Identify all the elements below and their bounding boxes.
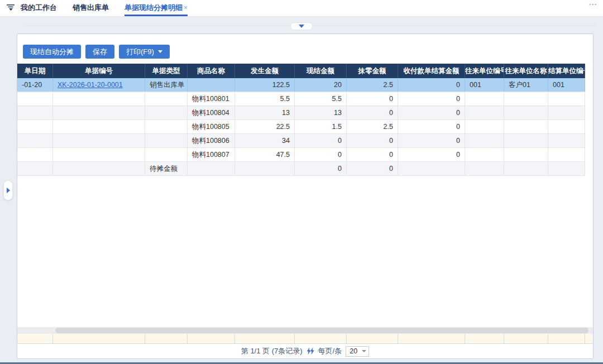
table-cell — [465, 120, 504, 133]
column-header[interactable]: 往来单位编号 — [465, 64, 504, 78]
summary-cell — [398, 334, 465, 343]
table-cell — [465, 92, 504, 106]
table-cell: 0 — [398, 78, 465, 92]
table-cell — [53, 162, 145, 175]
print-label: 打印(F9) — [126, 47, 154, 57]
per-page-label: 每页/条 — [318, 346, 342, 356]
table-cell: 001 — [465, 78, 504, 92]
table-row[interactable]: -01-20XK-2026-01-20-0001销售出库单122.5202.50… — [17, 78, 585, 92]
save-button[interactable]: 保存 — [85, 45, 114, 59]
column-header[interactable]: 收付款单结算金额 — [398, 64, 465, 78]
table-cell: -01-20 — [17, 78, 53, 92]
toolbar: 现结自动分摊 保存 打印(F9) — [17, 34, 593, 64]
table-cell: 0 — [347, 92, 398, 106]
table-cell: 5.5 — [235, 92, 295, 106]
expand-left-panel-button[interactable] — [3, 180, 13, 200]
data-grid: 单日期单据编号单据类型商品名称发生金额现结金额抹零金额收付款单结算金额往来单位编… — [17, 64, 585, 176]
table-cell — [548, 134, 585, 147]
refresh-icon[interactable] — [307, 347, 314, 355]
column-header[interactable]: 单据编号 — [53, 64, 145, 78]
summary-cell — [548, 334, 585, 343]
chevron-down-icon — [362, 350, 366, 352]
summary-cell — [145, 334, 188, 343]
table-cell — [17, 148, 53, 161]
table-cell: 47.5 — [235, 148, 295, 161]
column-header[interactable]: 现结金额 — [295, 64, 347, 78]
table-cell: 122.5 — [235, 78, 295, 92]
column-header[interactable]: 商品名称 — [188, 64, 235, 78]
tab-label: 我的工作台 — [21, 3, 57, 13]
table-cell — [465, 134, 504, 147]
table-cell — [53, 134, 145, 147]
table-cell — [548, 162, 585, 175]
tab-sales-outbound[interactable]: 销售出库单 — [73, 0, 109, 16]
table-cell — [465, 162, 504, 175]
table-row[interactable]: 待摊金额00 — [17, 162, 585, 176]
horizontal-scrollbar[interactable] — [17, 327, 593, 334]
table-cell — [17, 106, 53, 119]
table-cell — [53, 106, 145, 119]
table-cell — [145, 148, 188, 161]
table-cell: 1.5 — [295, 120, 347, 133]
table-row[interactable]: 物料100804131300 — [17, 106, 585, 120]
horizontal-scrollbar-thumb[interactable] — [55, 328, 588, 333]
table-cell: 13 — [235, 106, 295, 119]
table-cell — [53, 148, 145, 161]
table-cell — [465, 106, 504, 119]
table-cell: 物料100801 — [188, 92, 235, 106]
table-cell: 34 — [235, 134, 295, 147]
table-cell — [548, 120, 585, 133]
page-size-select[interactable]: 20 — [346, 346, 369, 357]
chevron-down-icon — [158, 50, 162, 53]
table-cell — [188, 162, 235, 175]
table-cell — [548, 106, 585, 119]
table-cell: 2.5 — [347, 120, 398, 133]
tab-cash-settle-allocation[interactable]: 单据现结分摊明细 × — [125, 0, 188, 16]
table-cell — [504, 106, 548, 119]
table-row[interactable]: 物料1008015.55.500 — [17, 92, 585, 106]
tab-my-workbench[interactable]: 我的工作台 — [21, 0, 57, 16]
auto-allocate-button[interactable]: 现结自动分摊 — [23, 45, 81, 59]
column-header[interactable]: 结算单位编号 — [548, 64, 585, 78]
table-cell — [145, 134, 188, 147]
table-cell: 5.5 — [295, 92, 347, 106]
table-cell: 物料100806 — [188, 134, 235, 147]
table-cell: 0 — [398, 106, 465, 119]
print-button[interactable]: 打印(F9) — [119, 45, 170, 59]
table-cell: 0 — [347, 106, 398, 119]
summary-cell — [235, 334, 295, 343]
collapse-tabs-icon[interactable] — [7, 3, 15, 13]
table-cell — [17, 134, 53, 147]
table-row[interactable]: 物料10080634000 — [17, 134, 585, 148]
table-cell — [398, 162, 465, 175]
main-panel: 现结自动分摊 保存 打印(F9) 单日期单据编号单据类型商品名称发生金额现结金额… — [17, 33, 594, 359]
save-label: 保存 — [93, 47, 107, 57]
column-header[interactable]: 往来单位名称 — [504, 64, 548, 78]
table-header-row: 单日期单据编号单据类型商品名称发生金额现结金额抹零金额收付款单结算金额往来单位编… — [17, 64, 585, 78]
table-cell — [145, 92, 188, 106]
tab-label: 销售出库单 — [73, 3, 109, 13]
table-row[interactable]: 物料10080747.5000 — [17, 148, 585, 162]
table-cell: 客户01 — [504, 78, 548, 92]
table-cell: 13 — [295, 106, 347, 119]
collapse-top-panel-button[interactable] — [290, 22, 313, 30]
table-cell: 物料100804 — [188, 106, 235, 119]
column-header[interactable]: 单日期 — [17, 64, 53, 78]
column-header[interactable]: 抹零金额 — [347, 64, 398, 78]
column-header[interactable]: 单据类型 — [145, 64, 188, 78]
table-cell: 0 — [398, 92, 465, 106]
table-cell — [548, 148, 585, 161]
table-cell: 0 — [347, 134, 398, 147]
table-cell — [17, 92, 53, 106]
document-number-link[interactable]: XK-2026-01-20-0001 — [58, 81, 123, 89]
summary-cell — [53, 334, 145, 343]
summary-cell — [504, 334, 548, 343]
more-tabs-icon[interactable]: ··· — [589, 1, 597, 8]
summary-cell — [17, 334, 53, 343]
table-cell — [145, 106, 188, 119]
grid-empty-area — [17, 176, 593, 327]
tab-close-icon[interactable]: × — [184, 4, 188, 12]
table-row[interactable]: 物料10080522.51.52.50 — [17, 120, 585, 134]
table-cell: 物料100805 — [188, 120, 235, 133]
column-header[interactable]: 发生金额 — [235, 64, 295, 78]
